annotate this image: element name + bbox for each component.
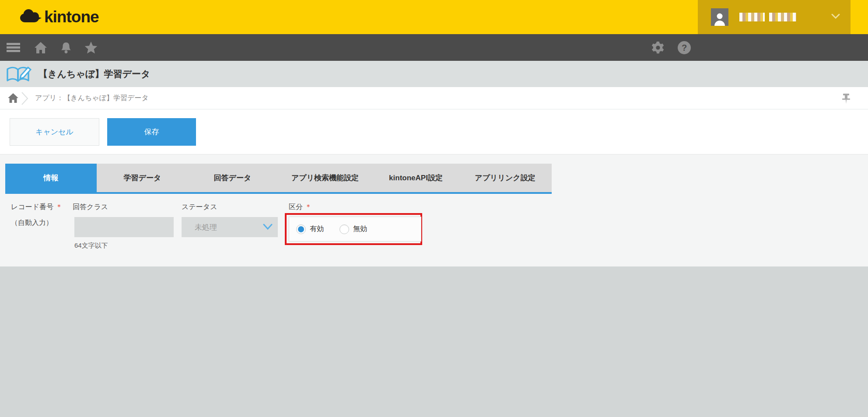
settings-tabs: 情報 学習データ 回答データ アプリ検索機能設定 kintoneAPI設定 アプ…	[5, 164, 552, 194]
record-number-label: レコード番号＊	[11, 203, 63, 212]
breadcrumb-app-link[interactable]: アプリ：【きんちゃぼ】学習データ	[35, 87, 149, 109]
answer-class-input	[74, 217, 174, 237]
kubun-highlight-box: 有効 無効	[285, 213, 422, 245]
status-label: ステータス	[182, 203, 217, 212]
page-title: 【きんちゃぼ】学習データ	[38, 61, 150, 87]
kintone-cloud-icon	[19, 7, 42, 27]
answer-class-label: 回答クラス	[73, 203, 108, 212]
tab-app-search-settings[interactable]: アプリ検索機能設定	[277, 164, 373, 192]
kintone-logo-text: kintone	[44, 8, 99, 26]
settings-gear-icon[interactable]	[651, 34, 665, 61]
user-name-redacted	[739, 13, 765, 21]
svg-text:?: ?	[682, 43, 687, 53]
radio-unselected-icon	[340, 224, 349, 234]
favorites-star-icon[interactable]	[84, 34, 98, 61]
kubun-radio-group: 有効 無効	[289, 217, 421, 242]
record-number-note: （自動入力）	[11, 218, 53, 228]
app-book-pencil-icon	[6, 66, 33, 85]
required-asterisk: ＊	[56, 203, 63, 210]
status-dropdown: 未処理	[182, 217, 278, 237]
tab-learning-data[interactable]: 学習データ	[97, 164, 188, 192]
user-menu[interactable]	[698, 0, 850, 34]
status-dropdown-value: 未処理	[195, 222, 217, 232]
help-icon[interactable]: ?	[677, 34, 692, 61]
pin-icon[interactable]	[842, 93, 850, 106]
user-avatar-icon	[711, 8, 728, 26]
chevron-down-icon	[831, 13, 840, 21]
notifications-bell-icon[interactable]	[60, 34, 73, 61]
top-header-bar: kintone	[0, 0, 868, 34]
global-navbar: ?	[0, 34, 868, 61]
user-name-redacted	[769, 13, 796, 21]
radio-selected-icon	[296, 224, 306, 234]
chevron-down-icon	[263, 224, 273, 232]
hamburger-menu-icon[interactable]	[7, 34, 20, 61]
radio-option-enabled[interactable]: 有効	[296, 224, 324, 234]
app-title-bar: 【きんちゃぼ】学習データ	[0, 61, 868, 87]
save-button[interactable]: 保存	[107, 118, 196, 146]
page-footer-area	[0, 266, 868, 417]
home-icon[interactable]	[33, 34, 48, 61]
radio-option-disabled[interactable]: 無効	[340, 224, 367, 234]
cancel-button[interactable]: キャンセル	[10, 118, 99, 146]
tab-info[interactable]: 情報	[5, 164, 97, 192]
answer-class-helper: 64文字以下	[74, 242, 108, 250]
breadcrumb: アプリ：【きんちゃぼ】学習データ	[0, 87, 868, 109]
tab-kintone-api-settings[interactable]: kintoneAPI設定	[373, 164, 458, 192]
required-asterisk: ＊	[305, 203, 312, 210]
tab-app-link-settings[interactable]: アプリリンク設定	[458, 164, 552, 192]
tab-answer-data[interactable]: 回答データ	[188, 164, 277, 192]
kintone-logo[interactable]: kintone	[19, 7, 99, 27]
breadcrumb-home-icon[interactable]	[8, 93, 18, 105]
kubun-label: 区分＊	[289, 203, 312, 212]
breadcrumb-chevron-icon	[21, 92, 29, 107]
